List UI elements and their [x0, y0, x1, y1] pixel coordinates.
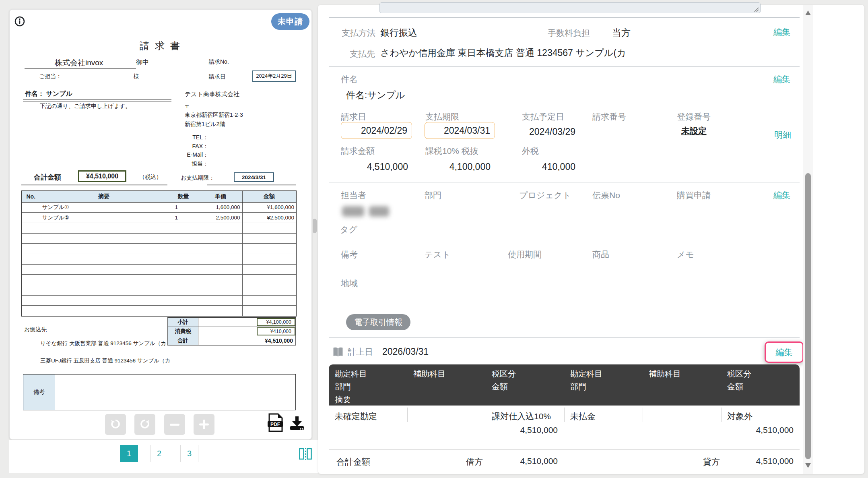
journal-h-debit-sub: 補助科目: [413, 368, 445, 379]
download-icon[interactable]: [289, 416, 305, 431]
invoice-date-box[interactable]: 2024年2月29日: [252, 70, 296, 82]
item-cell-unit: [199, 275, 242, 285]
journal-col-sep-2: [486, 408, 486, 422]
item-cell-amount: ¥2,500,000: [242, 213, 296, 223]
journal-col-sep-4: [643, 408, 643, 422]
scrollbar-thumb[interactable]: [805, 173, 811, 459]
item-cell-desc: サンプル②: [40, 213, 168, 223]
zoom-out-button[interactable]: [164, 414, 185, 435]
page-button-1[interactable]: 1: [120, 445, 138, 462]
page-button-2[interactable]: 2: [151, 445, 168, 462]
item-cell-unit: [199, 254, 242, 264]
info-icon[interactable]: [14, 16, 25, 27]
items-header-unit: 単価: [199, 191, 242, 202]
page-2-label: 2: [157, 449, 161, 458]
notes-content[interactable]: [55, 375, 295, 410]
page-3-label: 3: [187, 449, 192, 458]
assign-edit-link[interactable]: 編集: [773, 190, 790, 200]
journal-credit-account[interactable]: 未払金: [570, 411, 596, 422]
due-date-box[interactable]: 2024/3/31: [234, 172, 274, 182]
bank-line-1: りそな銀行 大阪営業部 普通 9123456 サンプル（カ: [40, 340, 166, 347]
journal-debit-total-label: 借方: [466, 456, 483, 468]
grand-total-row: 合計 ¥4,510,000: [167, 336, 296, 346]
journal-debit-account[interactable]: 未確定勘定: [335, 411, 377, 422]
item-cell-qty: [168, 306, 199, 316]
journal-table: 勘定科目 補助科目 税区分 勘定科目 補助科目 税区分 部門 金額 部門 金額 …: [329, 364, 800, 450]
page-button-3[interactable]: 3: [181, 445, 198, 462]
invoice-item-row: [22, 285, 296, 296]
page-1-label: 1: [127, 449, 131, 458]
journal-edit-link[interactable]: 編集: [776, 348, 793, 357]
item-cell-no: [22, 306, 40, 316]
journal-credit-total: 4,510,000: [730, 456, 794, 466]
item-cell-unit: [199, 264, 242, 275]
item-cell-no: [22, 285, 40, 296]
zoom-in-button[interactable]: [194, 414, 214, 435]
grand-total-value: ¥4,510,000: [265, 337, 293, 344]
journal-credit-tax[interactable]: 対象外: [727, 411, 753, 422]
total-amount-value: ¥4,510,000: [86, 173, 118, 180]
tag-label: タグ: [340, 225, 357, 234]
item-cell-no: [22, 264, 40, 275]
journal-col-sep-5: [721, 408, 722, 422]
item-cell-unit: [199, 244, 242, 254]
status-badge: 未申請: [271, 13, 309, 30]
item-cell-desc: [40, 285, 168, 296]
invoice-date-field-label: 請求日: [341, 112, 366, 122]
item-cell-unit: [199, 306, 242, 316]
payment-edit-link[interactable]: 編集: [773, 27, 790, 37]
item-cell-desc: サンプル①: [40, 202, 168, 213]
item-cell-amount: ¥1,600,000: [242, 202, 296, 213]
item-cell-no: [22, 275, 40, 285]
item-cell-amount: [242, 223, 296, 233]
item-cell-qty: [168, 254, 199, 264]
due-label: お支払期限：: [181, 174, 214, 182]
item-cell-desc: [40, 306, 168, 316]
invoice-date-input-value: 2024/02/29: [361, 125, 407, 136]
split-view-icon[interactable]: [299, 447, 312, 460]
invoice-items-table: No. 摘要 数量 単価 金額 サンプル①11,600,000¥1,600,00…: [21, 190, 297, 346]
item-cell-desc: [40, 233, 168, 244]
custom-field-label: テスト: [425, 250, 450, 259]
rotate-right-button[interactable]: [134, 414, 155, 435]
journal-h-debit-tax: 税区分: [492, 368, 516, 379]
panel-splitter-handle[interactable]: [313, 219, 317, 233]
item-cell-qty: [168, 264, 199, 275]
journal-date-value: 2026/03/31: [382, 346, 429, 357]
journal-edit-highlight[interactable]: 編集: [765, 341, 804, 363]
invoice-date-value: 2024年2月29日: [256, 72, 292, 80]
slip-no-label: 伝票No: [592, 190, 620, 200]
scrollbar-down-arrow[interactable]: [805, 463, 811, 468]
subject-edit-link[interactable]: 編集: [773, 74, 790, 84]
tax-amount-value: 410,000: [519, 161, 575, 172]
tax-row: 消費税 ¥410,000: [167, 327, 296, 336]
journal-h-debit-amount: 金額: [492, 381, 508, 392]
rotate-left-button[interactable]: [105, 414, 126, 435]
electronic-transaction-button[interactable]: 電子取引情報: [346, 314, 410, 330]
planned-date-field-label: 支払予定日: [522, 112, 564, 122]
journal-credit-amount[interactable]: 4,510,000: [727, 425, 794, 435]
item-cell-amount: [242, 275, 296, 285]
journal-debit-amount[interactable]: 4,510,000: [492, 425, 558, 435]
item-cell-desc: [40, 254, 168, 264]
greeting-text: 下記の通り、ご請求申し上げます。: [40, 103, 131, 110]
journal-h-debit-dept: 部門: [335, 381, 351, 392]
due-date-input[interactable]: 2024/03/31: [425, 122, 495, 139]
line-items-link[interactable]: 明細: [774, 130, 791, 140]
pdf-icon[interactable]: PDF: [267, 413, 284, 432]
item-cell-qty: 1: [168, 213, 199, 223]
item-cell-amount: [242, 285, 296, 296]
journal-date-label: 計上日: [348, 347, 373, 357]
invoice-item-row: サンプル①11,600,000¥1,600,000: [22, 202, 296, 213]
due-date-input-value: 2024/03/31: [444, 125, 490, 136]
scrollbar-up-arrow[interactable]: [805, 10, 811, 15]
invox-verification-screen: 未申請 請求書 株式会社invox 御中 ご担当： 様 請求No. 請求日 20…: [0, 0, 868, 478]
invoice-title: 請求書: [110, 39, 215, 52]
journal-table-header: 勘定科目 補助科目 税区分 勘定科目 補助科目 税区分 部門 金額 部門 金額 …: [329, 364, 800, 406]
journal-debit-tax[interactable]: 課対仕入込10%: [492, 411, 551, 422]
memo-textarea[interactable]: [379, 2, 761, 13]
journal-h-credit-dept: 部門: [570, 381, 586, 392]
item-cell-amount: [242, 233, 296, 244]
registration-number-value[interactable]: 未設定: [681, 125, 707, 137]
invoice-date-input[interactable]: 2024/02/29: [341, 122, 412, 139]
